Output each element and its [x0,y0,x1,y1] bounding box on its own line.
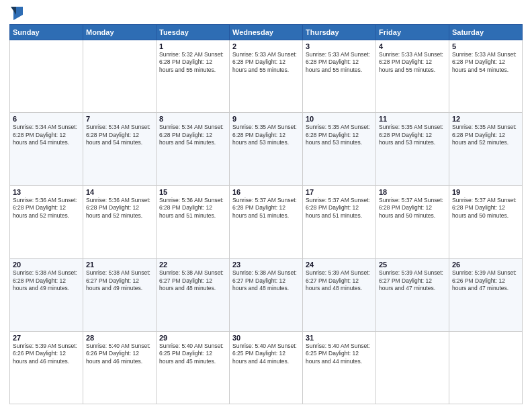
calendar-header-sunday: Sunday [10,25,83,40]
calendar-header-friday: Friday [376,25,449,40]
calendar-week-1: 1Sunrise: 5:32 AM Sunset: 6:28 PM Daylig… [10,40,523,113]
calendar-header-row: SundayMondayTuesdayWednesdayThursdayFrid… [10,25,523,40]
day-number: 28 [86,334,153,342]
calendar-week-3: 13Sunrise: 5:36 AM Sunset: 6:28 PM Dayli… [10,185,523,258]
calendar-cell [376,331,449,404]
calendar-cell: 11Sunrise: 5:35 AM Sunset: 6:28 PM Dayli… [376,113,449,185]
day-info: Sunrise: 5:36 AM Sunset: 6:28 PM Dayligh… [159,197,226,220]
calendar-cell: 20Sunrise: 5:38 AM Sunset: 6:28 PM Dayli… [10,259,83,331]
day-number: 19 [452,188,519,196]
day-info: Sunrise: 5:39 AM Sunset: 6:26 PM Dayligh… [452,269,519,292]
day-info: Sunrise: 5:39 AM Sunset: 6:27 PM Dayligh… [379,269,446,292]
calendar-cell: 26Sunrise: 5:39 AM Sunset: 6:26 PM Dayli… [449,259,523,331]
calendar-cell: 31Sunrise: 5:40 AM Sunset: 6:25 PM Dayli… [303,331,376,404]
day-number: 27 [13,334,80,342]
day-info: Sunrise: 5:35 AM Sunset: 6:28 PM Dayligh… [232,124,300,146]
calendar-cell: 2Sunrise: 5:33 AM Sunset: 6:28 PM Daylig… [230,40,303,113]
day-number: 6 [13,115,80,123]
day-info: Sunrise: 5:36 AM Sunset: 6:28 PM Dayligh… [86,197,153,220]
calendar: SundayMondayTuesdayWednesdayThursdayFrid… [9,24,523,404]
calendar-cell: 5Sunrise: 5:33 AM Sunset: 6:28 PM Daylig… [449,40,523,113]
day-number: 26 [452,261,519,269]
day-info: Sunrise: 5:37 AM Sunset: 6:28 PM Dayligh… [306,197,373,220]
calendar-cell: 24Sunrise: 5:39 AM Sunset: 6:27 PM Dayli… [303,259,376,331]
day-number: 1 [159,42,226,50]
calendar-cell: 3Sunrise: 5:33 AM Sunset: 6:28 PM Daylig… [303,40,376,113]
calendar-cell: 15Sunrise: 5:36 AM Sunset: 6:28 PM Dayli… [157,185,230,258]
calendar-cell: 22Sunrise: 5:38 AM Sunset: 6:27 PM Dayli… [157,259,230,331]
day-number: 3 [306,42,373,50]
day-number: 8 [159,115,226,123]
day-info: Sunrise: 5:32 AM Sunset: 6:28 PM Dayligh… [159,51,226,74]
calendar-cell: 12Sunrise: 5:35 AM Sunset: 6:28 PM Dayli… [449,113,523,185]
day-number: 29 [159,334,226,342]
day-info: Sunrise: 5:35 AM Sunset: 6:28 PM Dayligh… [306,124,373,146]
day-info: Sunrise: 5:37 AM Sunset: 6:28 PM Dayligh… [232,197,300,220]
day-info: Sunrise: 5:33 AM Sunset: 6:28 PM Dayligh… [452,51,519,74]
day-number: 13 [13,188,80,196]
calendar-week-4: 20Sunrise: 5:38 AM Sunset: 6:28 PM Dayli… [10,259,523,331]
day-number: 23 [232,261,300,269]
calendar-cell: 7Sunrise: 5:34 AM Sunset: 6:28 PM Daylig… [83,113,157,185]
day-number: 14 [86,188,153,196]
day-info: Sunrise: 5:40 AM Sunset: 6:25 PM Dayligh… [232,342,300,365]
calendar-header-tuesday: Tuesday [157,25,230,40]
calendar-cell: 18Sunrise: 5:37 AM Sunset: 6:28 PM Dayli… [376,185,449,258]
calendar-cell: 23Sunrise: 5:38 AM Sunset: 6:27 PM Dayli… [230,259,303,331]
calendar-cell: 4Sunrise: 5:33 AM Sunset: 6:28 PM Daylig… [376,40,449,113]
calendar-header-thursday: Thursday [303,25,376,40]
calendar-header-saturday: Saturday [449,25,523,40]
day-number: 22 [159,261,226,269]
day-info: Sunrise: 5:35 AM Sunset: 6:28 PM Dayligh… [379,124,446,146]
day-info: Sunrise: 5:33 AM Sunset: 6:28 PM Dayligh… [306,51,373,74]
day-number: 25 [379,261,446,269]
calendar-cell: 14Sunrise: 5:36 AM Sunset: 6:28 PM Dayli… [83,185,157,258]
day-number: 9 [232,115,300,123]
header [9,7,523,20]
day-info: Sunrise: 5:37 AM Sunset: 6:28 PM Dayligh… [452,197,519,220]
day-number: 30 [232,334,300,342]
calendar-cell [449,331,523,404]
calendar-cell: 29Sunrise: 5:40 AM Sunset: 6:25 PM Dayli… [157,331,230,404]
day-number: 17 [306,188,373,196]
day-info: Sunrise: 5:34 AM Sunset: 6:28 PM Dayligh… [13,124,80,146]
calendar-cell: 8Sunrise: 5:34 AM Sunset: 6:28 PM Daylig… [157,113,230,185]
day-info: Sunrise: 5:38 AM Sunset: 6:27 PM Dayligh… [86,269,153,292]
calendar-header-monday: Monday [83,25,157,40]
day-number: 2 [232,42,300,50]
calendar-cell: 10Sunrise: 5:35 AM Sunset: 6:28 PM Dayli… [303,113,376,185]
calendar-week-5: 27Sunrise: 5:39 AM Sunset: 6:26 PM Dayli… [10,331,523,404]
day-number: 18 [379,188,446,196]
day-info: Sunrise: 5:40 AM Sunset: 6:25 PM Dayligh… [159,342,226,365]
day-number: 4 [379,42,446,50]
day-number: 21 [86,261,153,269]
calendar-week-2: 6Sunrise: 5:34 AM Sunset: 6:28 PM Daylig… [10,113,523,185]
calendar-cell: 6Sunrise: 5:34 AM Sunset: 6:28 PM Daylig… [10,113,83,185]
day-number: 10 [306,115,373,123]
day-info: Sunrise: 5:33 AM Sunset: 6:28 PM Dayligh… [379,51,446,74]
day-number: 31 [306,334,373,342]
calendar-header-wednesday: Wednesday [230,25,303,40]
day-info: Sunrise: 5:39 AM Sunset: 6:26 PM Dayligh… [13,342,80,365]
calendar-cell: 21Sunrise: 5:38 AM Sunset: 6:27 PM Dayli… [83,259,157,331]
calendar-cell [83,40,157,113]
day-number: 11 [379,115,446,123]
calendar-cell: 30Sunrise: 5:40 AM Sunset: 6:25 PM Dayli… [230,331,303,404]
day-number: 24 [306,261,373,269]
calendar-cell: 1Sunrise: 5:32 AM Sunset: 6:28 PM Daylig… [157,40,230,113]
calendar-cell: 27Sunrise: 5:39 AM Sunset: 6:26 PM Dayli… [10,331,83,404]
day-number: 16 [232,188,300,196]
calendar-cell: 9Sunrise: 5:35 AM Sunset: 6:28 PM Daylig… [230,113,303,185]
calendar-cell: 16Sunrise: 5:37 AM Sunset: 6:28 PM Dayli… [230,185,303,258]
day-info: Sunrise: 5:37 AM Sunset: 6:28 PM Dayligh… [379,197,446,220]
day-number: 7 [86,115,153,123]
day-info: Sunrise: 5:35 AM Sunset: 6:28 PM Dayligh… [452,124,519,146]
day-info: Sunrise: 5:33 AM Sunset: 6:28 PM Dayligh… [232,51,300,74]
day-number: 15 [159,188,226,196]
logo [9,7,23,20]
day-number: 20 [13,261,80,269]
calendar-cell: 19Sunrise: 5:37 AM Sunset: 6:28 PM Dayli… [449,185,523,258]
day-info: Sunrise: 5:38 AM Sunset: 6:27 PM Dayligh… [232,269,300,292]
calendar-cell [10,40,83,113]
day-number: 12 [452,115,519,123]
